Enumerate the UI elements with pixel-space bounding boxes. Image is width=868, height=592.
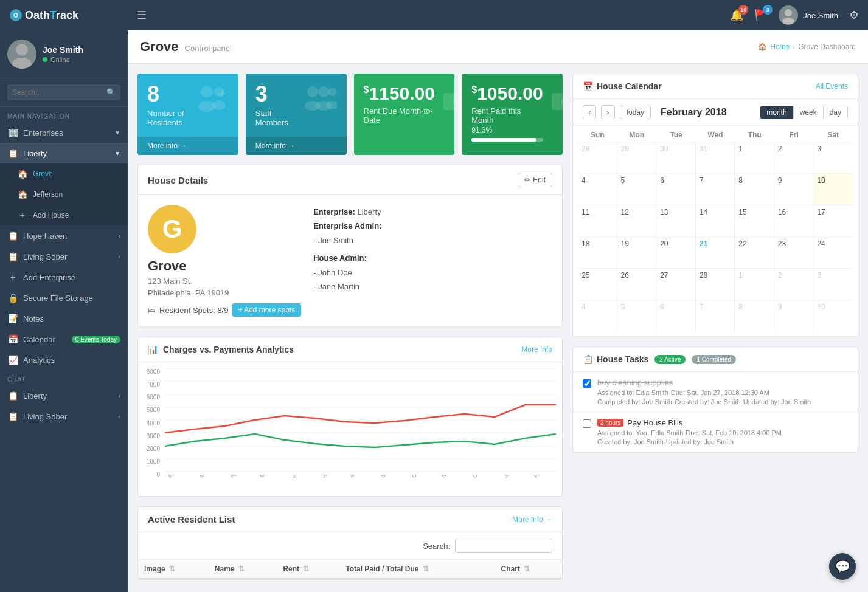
sidebar-item-living-sober[interactable]: 📋 Living Sober ‹: [0, 246, 128, 267]
task-checkbox-2[interactable]: [583, 419, 591, 428]
calendar-day-cell[interactable]: 30: [656, 142, 696, 173]
calendar-day-cell[interactable]: 23: [774, 236, 814, 268]
calendar-day-cell[interactable]: 9: [774, 300, 814, 331]
calendar-day-cell[interactable]: 3: [813, 268, 853, 300]
house-details-title: House Details: [148, 175, 208, 185]
calendar-day-cell[interactable]: 19: [617, 236, 657, 268]
settings-button[interactable]: ⚙: [849, 9, 859, 22]
chart-more-info[interactable]: More Info: [521, 345, 552, 354]
top-navigation: O OathTrack ☰ 🔔 10 🚩 3 Joe Smith ⚙: [0, 0, 868, 30]
residents-icon: [195, 83, 229, 124]
edit-button[interactable]: ✏ Edit: [518, 173, 552, 187]
calendar-day-cell[interactable]: 7: [696, 173, 735, 205]
add-spots-button[interactable]: + Add more spots: [232, 303, 301, 317]
calendar-day-cell[interactable]: 7: [696, 300, 735, 331]
breadcrumb-home[interactable]: Home: [770, 43, 790, 51]
stat-card-footer[interactable]: More info →: [246, 137, 347, 155]
calendar-day-cell[interactable]: 9: [774, 173, 814, 205]
cal-prev-button[interactable]: ‹: [583, 105, 596, 119]
enterprise-label: Enterprise:: [313, 207, 355, 216]
calendar-day-cell[interactable]: 8: [735, 300, 774, 331]
stat-card-footer[interactable]: More info →: [137, 137, 238, 155]
calendar-day-cell[interactable]: 13: [656, 205, 696, 236]
calendar-day-cell[interactable]: 22: [735, 236, 774, 268]
svg-point-6: [201, 86, 213, 98]
calendar-day-cell[interactable]: 4: [578, 173, 617, 205]
cal-view-week[interactable]: week: [793, 106, 823, 119]
calendar-day-cell[interactable]: 1: [735, 142, 774, 173]
sidebar-item-secure-file[interactable]: 🔒 Secure File Storage: [0, 287, 128, 308]
sidebar-item-hope-haven[interactable]: 📋 Hope Haven ‹: [0, 225, 128, 246]
calendar-day-cell[interactable]: 25: [578, 268, 617, 300]
cal-view-month[interactable]: month: [760, 106, 793, 119]
sidebar-item-notes[interactable]: 📝 Notes: [0, 308, 128, 329]
calendar-day-cell[interactable]: 4: [578, 300, 617, 331]
tasks-title: 📋 House Tasks: [583, 354, 648, 364]
cal-view-day[interactable]: day: [823, 106, 847, 119]
chat-bubble-button[interactable]: 💬: [829, 553, 856, 580]
stat-label: Number of Residents: [147, 109, 189, 127]
cal-today-button[interactable]: today: [620, 106, 651, 119]
calendar-day-cell[interactable]: 10: [813, 300, 853, 331]
user-menu[interactable]: Joe Smith: [779, 5, 838, 25]
stat-label: Staff Members: [255, 109, 297, 127]
col-image: Image ⇅: [138, 560, 209, 579]
sidebar-item-label: Add House: [33, 211, 69, 219]
calendar-day-cell[interactable]: 14: [696, 205, 735, 236]
sidebar-item-calendar[interactable]: 📅 Calendar 0 Events Today: [0, 329, 128, 349]
calendar-day-cell[interactable]: 29: [617, 142, 657, 173]
calendar-day-cell[interactable]: 3: [813, 142, 853, 173]
svg-point-14: [318, 86, 329, 97]
calendar-day-cell[interactable]: 16: [774, 205, 814, 236]
calendar-day-cell[interactable]: 6: [656, 300, 696, 331]
calendar-day-cell[interactable]: 28: [696, 268, 735, 300]
calendar-day-cell[interactable]: 10: [813, 173, 853, 205]
sidebar-item-grove[interactable]: 🏠 Grove: [0, 163, 128, 184]
calendar-day-cell[interactable]: 2: [774, 142, 814, 173]
calendar-day-cell[interactable]: 5: [617, 173, 657, 205]
resident-search-input[interactable]: [455, 539, 552, 553]
calendar-day-cell[interactable]: 24: [813, 236, 853, 268]
all-events-link[interactable]: All Events: [816, 82, 848, 91]
sidebar-item-liberty-chat[interactable]: 📋 Liberty ‹: [0, 385, 128, 406]
cal-next-button[interactable]: ›: [601, 105, 614, 119]
calendar-day-cell[interactable]: 20: [656, 236, 696, 268]
calendar-day-cell[interactable]: 5: [617, 300, 657, 331]
flags-button[interactable]: 🚩 3: [754, 9, 768, 22]
calendar-day-cell[interactable]: 17: [813, 205, 853, 236]
calendar-day-cell[interactable]: 31: [696, 142, 735, 173]
calendar-day-cell[interactable]: 26: [617, 268, 657, 300]
resident-more-info[interactable]: More Info →: [512, 515, 552, 524]
calendar-day-cell[interactable]: 21: [696, 236, 735, 268]
calendar-day-cell[interactable]: 2: [774, 268, 814, 300]
calendar-day-cell[interactable]: 18: [578, 236, 617, 268]
calendar-day-cell[interactable]: 27: [656, 268, 696, 300]
calendar-day-cell[interactable]: 8: [735, 173, 774, 205]
calendar-day-cell[interactable]: 28: [578, 142, 617, 173]
grove-icon: 🏠: [17, 169, 28, 179]
calendar-days-header: Sun Mon Tue Wed Thu Fri Sat: [578, 126, 853, 142]
calendar-day-cell[interactable]: 6: [656, 173, 696, 205]
house-address2: Philadelphia, PA 19019: [148, 288, 301, 297]
task-checkbox-1[interactable]: [583, 379, 591, 388]
calendar-day-cell[interactable]: 1: [735, 268, 774, 300]
sidebar-item-add-house[interactable]: + Add House: [0, 205, 128, 225]
sidebar-item-liberty[interactable]: 📋 Liberty ▼: [0, 143, 128, 163]
sidebar-item-enterprises[interactable]: 🏢 Enterprises ▼: [0, 122, 128, 143]
analytics-icon: 📈: [7, 355, 18, 365]
calendar-day-cell[interactable]: 11: [578, 205, 617, 236]
task-title-2: 2 hours Pay House Bills: [597, 418, 848, 427]
day-fri: Fri: [774, 131, 814, 139]
sidebar-item-jefferson[interactable]: 🏠 Jefferson: [0, 184, 128, 205]
hamburger-menu[interactable]: ☰: [137, 9, 147, 22]
task-item-2: 2 hours Pay House Bills Assigned to: You…: [573, 412, 858, 452]
calendar-day-cell[interactable]: 15: [735, 205, 774, 236]
sidebar-item-living-sober-chat[interactable]: 📋 Living Sober ‹: [0, 406, 128, 427]
sidebar-item-analytics[interactable]: 📈 Analytics: [0, 349, 128, 370]
task-item-1: buy cleaning supplies Assigned to: Edla …: [573, 372, 858, 412]
house-spots: 🛏 Resident Spots: 8/9 + Add more spots: [148, 303, 301, 317]
calendar-day-cell[interactable]: 12: [617, 205, 657, 236]
sidebar-item-add-enterprise[interactable]: + Add Enterprise: [0, 267, 128, 287]
search-input[interactable]: [7, 84, 120, 100]
notifications-button[interactable]: 🔔 10: [730, 9, 743, 22]
